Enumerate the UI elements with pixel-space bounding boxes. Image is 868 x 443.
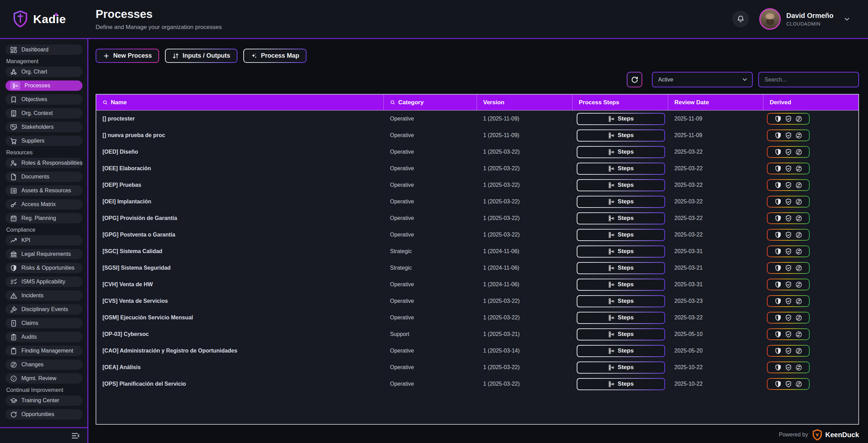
table-row[interactable]: [] nueva prueba de procOperative1 (2025-… [96, 127, 858, 144]
sidebar-item-changes[interactable]: Changes [6, 359, 82, 370]
table-row[interactable]: [OPG] Provisión de GarantíaOperative1 (2… [96, 210, 858, 227]
sidebar-item-mgmt-review[interactable]: Mgmt. Review [6, 373, 82, 384]
table-row[interactable]: [OEP] PruebasOperative1 (2025-03-22)Step… [96, 177, 858, 193]
sidebar-item-objectives[interactable]: Objectives [6, 94, 82, 105]
derived-badge[interactable] [767, 245, 810, 257]
derived-badge[interactable] [767, 312, 810, 324]
sidebar-item-opportunities[interactable]: Opportunities [6, 409, 82, 420]
sidebar: DashboardManagementOrg. ChartProcessesOb… [0, 39, 88, 443]
steps-button[interactable]: Steps [577, 262, 665, 274]
table-row[interactable]: [SGSI] Sistema SeguridadStrategic1 (2024… [96, 260, 858, 276]
sidebar-item-reg-planning[interactable]: Reg. Planning [6, 213, 82, 223]
derived-badge[interactable] [767, 229, 810, 241]
sidebar-item-risks-opportunities[interactable]: Risks & Opportunities [6, 263, 82, 273]
cell-version: 1 (2025-03-22) [477, 381, 573, 387]
table-row[interactable]: [GPG] Postventa o GarantíaOperative1 (20… [96, 227, 858, 243]
derived-badge[interactable] [767, 262, 810, 274]
cell-review-date: 2025-10-22 [668, 381, 763, 387]
derived-badge[interactable] [767, 378, 810, 390]
sidebar-item-isms-applicability[interactable]: ISMS Applicability [6, 277, 82, 287]
new-process-button[interactable]: New Process [96, 49, 159, 63]
steps-button[interactable]: Steps [577, 129, 665, 142]
table-row[interactable]: [SGC] Sistema CalidadStrategic1 (2024-11… [96, 243, 858, 260]
sidebar-item-training-center[interactable]: Training Center [6, 395, 82, 406]
derived-badge[interactable] [767, 328, 810, 340]
table-row[interactable]: [OEA] AnálisisOperative1 (2025-03-22)Ste… [96, 359, 858, 376]
sidebar-item-legal-requirements[interactable]: Legal Requirements [6, 249, 82, 259]
steps-button[interactable]: Steps [577, 279, 665, 291]
sidebar-item-incidents[interactable]: Incidents [6, 290, 82, 301]
steps-button[interactable]: Steps [577, 179, 665, 191]
brand-dot [55, 13, 58, 16]
steps-button[interactable]: Steps [577, 212, 665, 224]
sidebar-item-dashboard[interactable]: Dashboard [6, 45, 82, 55]
table-row[interactable]: [CAO] Administración y Registro de Oport… [96, 343, 858, 359]
cell-derived [763, 262, 858, 274]
steps-button[interactable]: Steps [577, 345, 665, 357]
steps-button[interactable]: Steps [577, 312, 665, 324]
steps-button[interactable]: Steps [577, 378, 665, 390]
sidebar-item-roles-responsabilities[interactable]: Roles & Responsabilities [6, 158, 82, 168]
steps-button[interactable]: Steps [577, 229, 665, 241]
table-row[interactable]: [OP-03] CybersocSupport1 (2025-03-21)Ste… [96, 326, 858, 343]
steps-button[interactable]: Steps [577, 146, 665, 158]
keenduck-link[interactable]: KeenDuck [812, 429, 859, 441]
table-row[interactable]: [OEE] ElaboraciónOperative1 (2025-03-22)… [96, 160, 858, 177]
search-input[interactable] [758, 72, 859, 87]
sidebar-item-stakeholders[interactable]: Stakeholders [6, 122, 82, 132]
derived-badge[interactable] [767, 345, 810, 357]
process-map-button[interactable]: Process Map [243, 49, 306, 63]
derived-badge[interactable] [767, 163, 810, 174]
table-row[interactable]: [OEI] ImplantaciónOperative1 (2025-03-22… [96, 193, 858, 210]
derived-badge[interactable] [767, 129, 810, 141]
steps-button[interactable]: Steps [577, 245, 665, 258]
derived-badge[interactable] [767, 113, 810, 125]
steps-button[interactable]: Steps [577, 362, 665, 374]
derived-badge[interactable] [767, 279, 810, 290]
column-header-name[interactable]: Name [96, 95, 384, 110]
sidebar-item-access-matrix[interactable]: Access Matrix [6, 199, 82, 210]
sidebar-item-assets-resources[interactable]: Assets & Resources [6, 185, 82, 196]
column-header-category[interactable]: Category [384, 95, 477, 110]
table-row[interactable]: [OED] DiseñoOperative1 (2025-03-22)Steps… [96, 144, 858, 160]
column-header-review-date[interactable]: Review Date [668, 95, 763, 110]
derived-badge[interactable] [767, 362, 810, 373]
table-row[interactable]: [CVS] Venta de ServiciosOperative1 (2025… [96, 293, 858, 309]
sidebar-item-kpi[interactable]: KPI [6, 235, 82, 245]
derived-badge[interactable] [767, 179, 810, 191]
column-header-derived[interactable]: Derived [763, 95, 858, 110]
sidebar-item-suppliers[interactable]: Suppliers [6, 136, 82, 146]
derived-badge[interactable] [767, 212, 810, 224]
avatar[interactable] [759, 8, 781, 30]
steps-button[interactable]: Steps [577, 295, 665, 307]
table-row[interactable]: [OPS] Planificación del ServicioOperativ… [96, 376, 858, 392]
table-row[interactable]: [] proctesterOperative1 (2025-11-09)Step… [96, 110, 858, 127]
column-header-process-steps[interactable]: Process Steps [573, 95, 668, 110]
sidebar-item-processes[interactable]: Processes [6, 80, 82, 91]
derived-badge[interactable] [767, 196, 810, 208]
steps-button[interactable]: Steps [577, 163, 665, 175]
sidebar-item-claims[interactable]: Claims [6, 318, 82, 328]
refresh-button[interactable] [627, 72, 642, 87]
notifications-button[interactable] [732, 11, 749, 27]
derived-badge[interactable] [767, 146, 810, 158]
table-row[interactable]: [CVH] Venta de HWOperative1 (2024-11-06)… [96, 276, 858, 293]
sidebar-item-disciplinary-events[interactable]: Disciplinary Events [6, 304, 82, 315]
sidebar-item-org-chart[interactable]: Org. Chart [6, 67, 82, 77]
steps-button[interactable]: Steps [577, 113, 665, 125]
sidebar-item-audits[interactable]: Audits [6, 332, 82, 342]
derived-badge[interactable] [767, 295, 810, 307]
table-row[interactable]: [OSM] Ejecución Servicio MensualOperativ… [96, 309, 858, 326]
brand[interactable]: Kadie [0, 10, 88, 28]
sidebar-item-documents[interactable]: Documents [6, 172, 82, 182]
steps-button[interactable]: Steps [577, 328, 665, 340]
steps-button[interactable]: Steps [577, 196, 665, 208]
processes-icon [10, 81, 20, 90]
column-header-version[interactable]: Version [477, 95, 573, 110]
chevron-down-icon[interactable] [843, 15, 851, 23]
sidebar-item-org-context[interactable]: Org. Context [6, 108, 82, 118]
inputs-outputs-button[interactable]: Inputs / Outputs [165, 49, 237, 63]
sidebar-item-finding-management[interactable]: Finding Management [6, 346, 82, 356]
status-filter-select[interactable]: Active [652, 72, 753, 87]
collapse-sidebar-button[interactable] [71, 431, 80, 441]
